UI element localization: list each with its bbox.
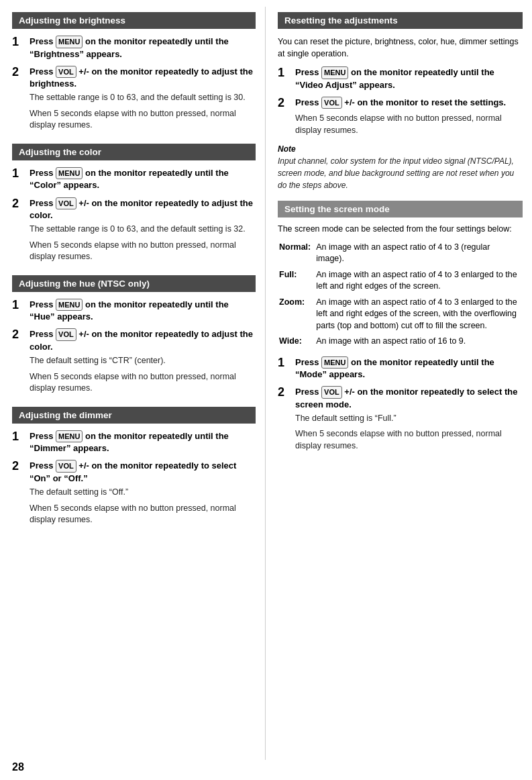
mode-label: Wide: — [279, 335, 315, 350]
mode-row-zoom: Zoom: An image with an aspect ratio of 4… — [279, 296, 521, 334]
brightness-header: Adjusting the brightness — [12, 12, 256, 29]
step-number: 2 — [12, 197, 27, 211]
step-number: 1 — [278, 356, 292, 370]
step-number: 2 — [12, 460, 27, 473]
step-content: Press VOL +/- on the monitor repeatedly … — [30, 66, 256, 132]
screen-mode-step-1: 1 Press MENU on the monitor repeatedly u… — [278, 356, 523, 381]
resetting-section: Resetting the adjustments You can reset … — [278, 12, 523, 191]
menu-key: MENU — [56, 167, 83, 180]
step-content: Press MENU on the monitor repeatedly unt… — [295, 356, 523, 381]
mode-desc: An image with an aspect ratio of 4 to 3 … — [316, 241, 521, 267]
step-note-text: When 5 seconds elapse with no button pre… — [30, 108, 256, 132]
resetting-intro: You can reset the picture, brightness, c… — [278, 36, 523, 60]
page-number: 28 — [12, 761, 24, 773]
step-note-text: When 5 seconds elapse with no button pre… — [295, 428, 523, 452]
brightness-step-2: 2 Press VOL +/- on the monitor repeatedl… — [12, 66, 256, 132]
dimmer-header: Adjusting the dimmer — [12, 407, 256, 424]
step-content: Press VOL +/- on the monitor repeatedly … — [295, 386, 523, 452]
step-normal-text: The settable range is 0 to 63, and the d… — [30, 92, 256, 104]
step-bold-text: Press VOL +/- on the monitor repeatedly … — [30, 460, 236, 483]
step-note-text: When 5 seconds elapse with no button pre… — [295, 113, 523, 136]
step-bold-text: Press MENU on the monitor repeatedly unt… — [30, 36, 229, 59]
step-normal-text: The default setting is “Off.” — [30, 487, 256, 499]
mode-desc: An image with an aspect ratio of 4 to 3 … — [316, 269, 521, 295]
mode-row-normal: Normal: An image with an aspect ratio of… — [279, 241, 521, 267]
hue-step-1: 1 Press MENU on the monitor repeatedly u… — [12, 299, 256, 324]
menu-key: MENU — [56, 430, 83, 443]
vol-key: VOL — [56, 328, 76, 341]
color-header: Adjusting the color — [12, 144, 256, 160]
resetting-note: Note Input channel, color system for the… — [278, 143, 523, 191]
step-bold-text: Press MENU on the monitor repeatedly unt… — [295, 67, 494, 90]
step-content: Press VOL +/- on the monitor repeatedly … — [30, 197, 256, 263]
resetting-step-1: 1 Press MENU on the monitor repeatedly u… — [278, 66, 523, 91]
dimmer-section: Adjusting the dimmer 1 Press MENU on the… — [12, 407, 256, 526]
step-number: 2 — [12, 328, 27, 342]
left-column: Adjusting the brightness 1 Press MENU on… — [0, 7, 266, 760]
step-number: 1 — [12, 299, 27, 312]
screen-mode-intro: The screen mode can be selected from the… — [278, 223, 523, 235]
step-bold-text: Press VOL +/- on the monitor repeatedly … — [30, 329, 253, 352]
screen-mode-table: Normal: An image with an aspect ratio of… — [278, 240, 523, 351]
hue-step-2: 2 Press VOL +/- on the monitor repeatedl… — [12, 328, 256, 394]
step-content: Press MENU on the monitor repeatedly unt… — [30, 36, 256, 60]
menu-key: MENU — [321, 356, 348, 369]
step-bold-text: Press VOL +/- on the monitor to reset th… — [295, 97, 506, 107]
mode-label: Full: — [279, 269, 315, 295]
menu-key: MENU — [56, 36, 83, 48]
mode-label: Zoom: — [279, 296, 315, 334]
step-number: 2 — [278, 97, 292, 110]
step-number: 2 — [12, 66, 27, 79]
resetting-header: Resetting the adjustments — [278, 12, 523, 29]
step-bold-text: Press VOL +/- on the monitor repeatedly … — [295, 387, 518, 409]
step-number: 1 — [278, 66, 292, 80]
screen-mode-step-2: 2 Press VOL +/- on the monitor repeatedl… — [278, 386, 523, 452]
mode-desc: An image with an aspect ratio of 16 to 9… — [316, 335, 521, 350]
resetting-step-2: 2 Press VOL +/- on the monitor to reset … — [278, 97, 523, 137]
step-content: Press MENU on the monitor repeatedly unt… — [295, 66, 523, 91]
brightness-section: Adjusting the brightness 1 Press MENU on… — [12, 12, 256, 132]
note-title: Note — [278, 143, 523, 155]
step-content: Press VOL +/- on the monitor repeatedly … — [30, 328, 256, 394]
step-note-text: When 5 seconds elapse with no button pre… — [30, 503, 256, 526]
vol-key: VOL — [321, 386, 342, 399]
step-bold-text: Press VOL +/- on the monitor repeatedly … — [30, 198, 253, 221]
step-number: 1 — [12, 36, 27, 49]
vol-key: VOL — [56, 197, 76, 210]
vol-key: VOL — [56, 66, 76, 79]
step-number: 2 — [278, 386, 292, 399]
step-normal-text: The default setting is “CTR” (center). — [30, 355, 256, 367]
step-bold-text: Press VOL +/- on the monitor repeatedly … — [30, 66, 253, 89]
step-content: Press MENU on the monitor repeatedly unt… — [30, 299, 256, 324]
step-bold-text: Press MENU on the monitor repeatedly unt… — [295, 357, 494, 380]
vol-key: VOL — [321, 97, 342, 109]
step-content: Press MENU on the monitor repeatedly unt… — [30, 167, 256, 192]
note-text: Input channel, color system for the inpu… — [278, 155, 523, 191]
color-step-2: 2 Press VOL +/- on the monitor repeatedl… — [12, 197, 256, 263]
step-number: 1 — [12, 167, 27, 181]
screen-mode-section: Setting the screen mode The screen mode … — [278, 201, 523, 452]
menu-key: MENU — [56, 299, 83, 311]
mode-desc: An image with an aspect ratio of 4 to 3 … — [316, 296, 521, 334]
step-content: Press VOL +/- on the monitor repeatedly … — [30, 460, 256, 526]
dimmer-step-1: 1 Press MENU on the monitor repeatedly u… — [12, 430, 256, 455]
step-number: 1 — [12, 430, 27, 444]
hue-header: Adjusting the hue (NTSC only) — [12, 275, 256, 292]
mode-label: Normal: — [279, 241, 315, 267]
step-bold-text: Press MENU on the monitor repeatedly unt… — [30, 299, 229, 322]
color-section: Adjusting the color 1 Press MENU on the … — [12, 144, 256, 263]
menu-key: MENU — [321, 66, 348, 79]
screen-mode-header: Setting the screen mode — [278, 201, 523, 217]
right-column: Resetting the adjustments You can reset … — [266, 7, 532, 760]
dimmer-step-2: 2 Press VOL +/- on the monitor repeatedl… — [12, 460, 256, 526]
step-note-text: When 5 seconds elapse with no button pre… — [30, 240, 256, 263]
step-note-text: When 5 seconds elapse with no button pre… — [30, 371, 256, 395]
vol-key: VOL — [56, 460, 76, 473]
hue-section: Adjusting the hue (NTSC only) 1 Press ME… — [12, 275, 256, 395]
color-step-1: 1 Press MENU on the monitor repeatedly u… — [12, 167, 256, 192]
step-normal-text: The settable range is 0 to 63, and the d… — [30, 224, 256, 236]
step-bold-text: Press MENU on the monitor repeatedly unt… — [30, 168, 229, 191]
step-bold-text: Press MENU on the monitor repeatedly unt… — [30, 431, 229, 454]
step-content: Press VOL +/- on the monitor to reset th… — [295, 97, 523, 137]
brightness-step-1: 1 Press MENU on the monitor repeatedly u… — [12, 36, 256, 60]
